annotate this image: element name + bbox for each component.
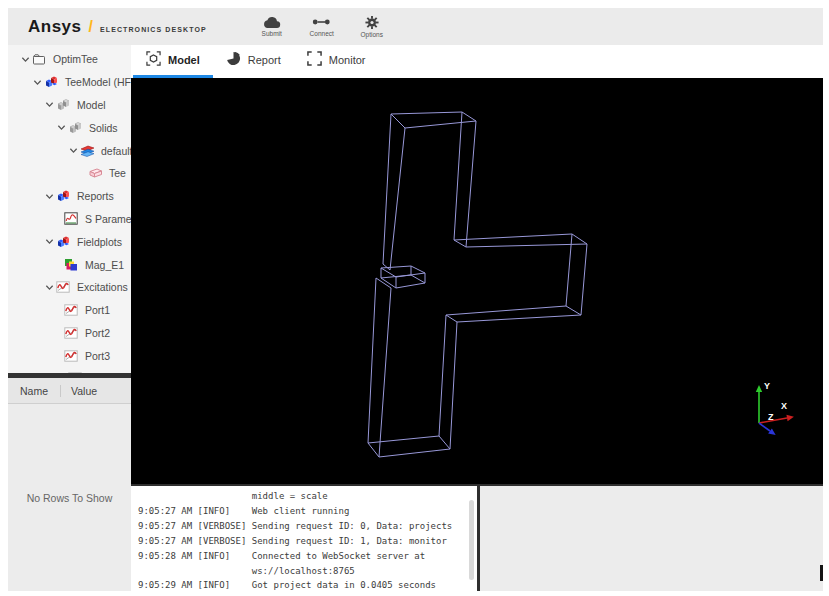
header-actions: SubmitConnectOptions bbox=[255, 15, 389, 38]
tree-item-label: Solids bbox=[89, 122, 118, 134]
cloud-upload-icon bbox=[262, 15, 281, 29]
pie-chart-icon bbox=[226, 51, 241, 70]
tree-item-excitations[interactable]: Excitations bbox=[8, 276, 131, 299]
tree-item-label: Tee bbox=[109, 167, 126, 179]
tree-item-label: Reports bbox=[77, 190, 114, 202]
tab-label: Model bbox=[168, 54, 200, 66]
wireframe-scene: YXZ bbox=[131, 78, 823, 484]
action-label: Connect bbox=[310, 30, 334, 37]
column-header-value[interactable]: Value bbox=[61, 385, 97, 397]
tab-label: Monitor bbox=[329, 54, 366, 66]
tee-wireframe bbox=[368, 112, 587, 457]
bottom-panels: middle = scale9:05:27 AM [INFO] Web clie… bbox=[131, 484, 823, 591]
tree-item-tee[interactable]: Tee bbox=[8, 162, 131, 185]
action-label: Submit bbox=[262, 30, 282, 37]
axis-label-z: Z bbox=[768, 412, 774, 422]
ansys-logo: Ansys / ELECTRONICS DESKTOP bbox=[28, 17, 207, 37]
console-line: middle = scale bbox=[138, 489, 477, 504]
chevron-down-icon[interactable] bbox=[18, 54, 32, 64]
wave-icon bbox=[64, 349, 79, 363]
tree-item-label: Port3 bbox=[85, 350, 110, 362]
logo-slash-icon: / bbox=[89, 18, 93, 36]
schart-icon bbox=[64, 212, 79, 226]
tree-item-label: Port1 bbox=[85, 304, 110, 316]
tree-item-label: default bbox=[101, 145, 131, 157]
tab-report[interactable]: Report bbox=[213, 45, 294, 78]
tree-item-port3[interactable]: Port3 bbox=[8, 344, 131, 367]
tree-item-default[interactable]: default bbox=[8, 139, 131, 162]
tree-item-mag-e1[interactable]: Mag_E1 bbox=[8, 253, 131, 276]
console-line: ws://localhost:8765 bbox=[138, 564, 477, 579]
chevron-down-icon[interactable] bbox=[30, 77, 44, 87]
hfss-icon bbox=[56, 189, 71, 203]
gear-icon bbox=[364, 15, 380, 30]
tree-item-label: Excitations bbox=[77, 281, 128, 293]
tab-label: Report bbox=[248, 54, 281, 66]
tab-bar: ModelReportMonitor bbox=[131, 45, 823, 78]
axis-label-y: Y bbox=[764, 381, 770, 391]
folder-icon bbox=[32, 52, 47, 66]
tree-item-label: Model bbox=[77, 99, 106, 111]
boxes-icon bbox=[56, 98, 71, 112]
chevron-down-icon[interactable] bbox=[42, 100, 56, 110]
chevron-down-icon[interactable] bbox=[42, 237, 56, 247]
tab-model[interactable]: Model bbox=[133, 45, 213, 78]
tree-item-teemodel-hfss-[interactable]: TeeModel (HFSS) bbox=[8, 71, 131, 94]
wave-icon bbox=[56, 280, 71, 294]
wave-icon bbox=[64, 303, 79, 317]
tree-item-s-parameters[interactable]: S Parameters bbox=[8, 208, 131, 231]
chevron-down-icon[interactable] bbox=[42, 191, 56, 201]
tree-item-label: TeeModel (HFSS) bbox=[65, 76, 131, 88]
product-name: ELECTRONICS DESKTOP bbox=[100, 26, 207, 33]
chevron-down-icon[interactable] bbox=[66, 146, 80, 156]
tree-item-reports[interactable]: Reports bbox=[8, 185, 131, 208]
layers-icon bbox=[80, 144, 95, 158]
tree-item-label: Mag_E1 bbox=[85, 259, 124, 271]
tree-item-optimtee[interactable]: OptimTee bbox=[8, 48, 131, 71]
model-viewport[interactable]: YXZ bbox=[131, 78, 823, 484]
console-scrollbar[interactable] bbox=[469, 500, 474, 580]
axis-label-x: X bbox=[781, 401, 787, 411]
tree-item-fieldplots[interactable]: Fieldplots bbox=[8, 230, 131, 253]
properties-panel: Name Value No Rows To Show bbox=[8, 378, 131, 591]
plug-connect-icon bbox=[312, 15, 331, 29]
hfss-icon bbox=[56, 235, 71, 249]
properties-header: Name Value bbox=[8, 378, 131, 404]
app-root: Ansys / ELECTRONICS DESKTOP SubmitConnec… bbox=[0, 0, 829, 596]
logo-text: Ansys bbox=[28, 17, 82, 37]
tree-item-model[interactable]: Model bbox=[8, 94, 131, 117]
tree-item-label: Port2 bbox=[85, 327, 110, 339]
console-line: 9:05:27 AM [INFO] Web client running bbox=[138, 504, 477, 519]
panel-scrollbar-fragment[interactable] bbox=[820, 565, 823, 581]
tab-monitor[interactable]: Monitor bbox=[294, 45, 379, 78]
main-area: ModelReportMonitor YXZ middle = scale9:0… bbox=[131, 45, 823, 591]
console-line: 9:05:28 AM [INFO] Connected to WebSocket… bbox=[138, 549, 477, 564]
monitor-brackets-icon bbox=[307, 51, 322, 70]
tree-item-label: S Parameters bbox=[85, 213, 131, 225]
project-tree: OptimTeeTeeModel (HFSS)ModelSolidsdefaul… bbox=[8, 45, 131, 373]
tree-item-label: Fieldplots bbox=[77, 236, 122, 248]
magplot-icon bbox=[64, 258, 79, 272]
connect-button[interactable]: Connect bbox=[305, 15, 339, 38]
properties-body: No Rows To Show bbox=[8, 404, 131, 591]
tree-item-port2[interactable]: Port2 bbox=[8, 322, 131, 345]
console-lines: middle = scale9:05:27 AM [INFO] Web clie… bbox=[131, 486, 477, 591]
secondary-panel bbox=[480, 484, 823, 591]
log-console: middle = scale9:05:27 AM [INFO] Web clie… bbox=[131, 484, 480, 591]
tree-item-port1[interactable]: Port1 bbox=[8, 299, 131, 322]
chevron-down-icon[interactable] bbox=[42, 282, 56, 292]
chevron-down-icon[interactable] bbox=[54, 123, 68, 133]
action-label: Options bbox=[361, 31, 383, 38]
column-header-name[interactable]: Name bbox=[8, 385, 60, 397]
hfss-icon bbox=[44, 75, 59, 89]
console-line: 9:05:29 AM [INFO] Got project data in 0.… bbox=[138, 578, 477, 591]
teebox-icon bbox=[88, 166, 103, 180]
tree-item-solids[interactable]: Solids bbox=[8, 116, 131, 139]
axis-triad: YXZ bbox=[756, 381, 794, 435]
submit-button[interactable]: Submit bbox=[255, 15, 289, 38]
model-3d-icon bbox=[146, 51, 161, 70]
options-button[interactable]: Options bbox=[355, 15, 389, 38]
app-header: Ansys / ELECTRONICS DESKTOP SubmitConnec… bbox=[8, 8, 823, 45]
sidebar: OptimTeeTeeModel (HFSS)ModelSolidsdefaul… bbox=[8, 45, 131, 591]
no-rows-message: No Rows To Show bbox=[27, 492, 113, 504]
